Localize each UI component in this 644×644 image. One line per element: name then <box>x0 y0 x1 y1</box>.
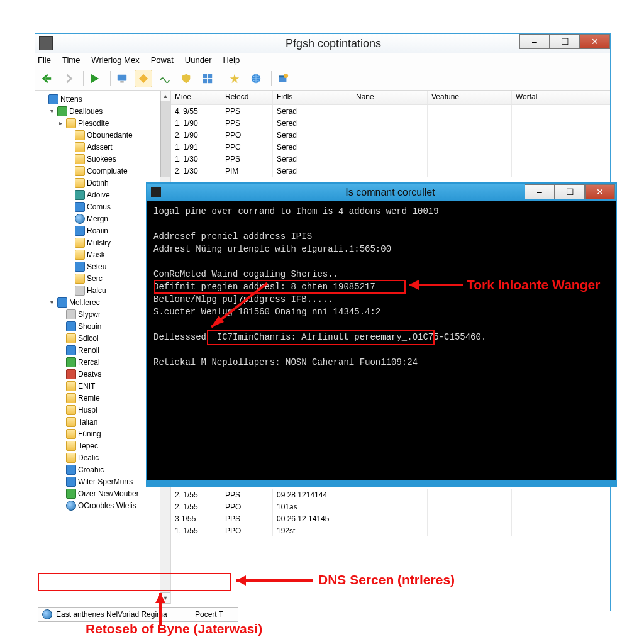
cell: 2. 1/30 <box>171 165 221 177</box>
tree-label: Seteu <box>87 262 106 271</box>
monitor-icon[interactable] <box>113 70 131 87</box>
wave-icon[interactable] <box>156 70 174 87</box>
status-cell-2[interactable]: Pocert T <box>191 607 238 622</box>
menu-file[interactable]: File <box>38 55 51 65</box>
menu-help[interactable]: Help <box>223 55 240 65</box>
table-row[interactable]: 4. 9/55PPSSerad <box>171 105 610 117</box>
favorites-icon[interactable] <box>226 70 243 87</box>
col-wortal[interactable]: Wortal <box>512 91 606 104</box>
tree-label: Adssert <box>87 143 113 152</box>
tree-item[interactable]: Coompluate <box>39 165 170 177</box>
folder-icon <box>66 441 76 451</box>
tree-item[interactable]: Suokees <box>39 153 170 165</box>
console-body[interactable]: logal pine over corrand to Ihom is 4 add… <box>147 201 616 480</box>
status-cell-1[interactable]: East anthenes NelVoriad Regima <box>38 607 191 622</box>
menu-wrleriog[interactable]: Wrleriog Mex <box>91 55 139 65</box>
table-row[interactable]: 1, 1/91PPCSered <box>171 141 610 153</box>
cell: PPS <box>221 489 273 501</box>
tree-item[interactable]: ▸Plesodlte <box>39 117 170 129</box>
table-row[interactable]: 1, 1/55PPO192st <box>171 525 610 536</box>
folder-icon <box>75 202 85 212</box>
close-button[interactable]: ✕ <box>580 34 610 49</box>
folder-icon <box>75 286 85 296</box>
expand-icon[interactable]: ▾ <box>48 299 55 306</box>
tree-item[interactable]: OCroobles Wlelis <box>39 499 170 511</box>
forward-arrow-icon[interactable] <box>59 70 77 87</box>
shield-icon[interactable] <box>177 70 195 87</box>
tree-label: Suokees <box>87 155 116 164</box>
play-icon[interactable] <box>86 70 104 87</box>
table-row[interactable]: 3 1/55PPS00 26 12 14145 <box>171 513 610 525</box>
cell: PPO <box>221 525 273 536</box>
scroll-thumb[interactable] <box>160 101 170 177</box>
cell <box>352 489 428 501</box>
tree-label: Obounedante <box>87 131 133 140</box>
back-arrow-icon[interactable] <box>38 70 55 87</box>
tree-label: Plesodlte <box>78 119 109 128</box>
tree-label: Huspi <box>78 406 97 414</box>
tree-item[interactable]: Oizer NewMouber <box>39 487 170 499</box>
svg-rect-2 <box>118 75 126 81</box>
svg-point-13 <box>284 74 288 78</box>
cell <box>512 141 606 153</box>
svg-marker-4 <box>139 74 148 83</box>
table-row[interactable]: 1, 1/30PPSSerad <box>171 153 610 165</box>
cell <box>428 129 512 141</box>
cell <box>512 129 606 141</box>
cell <box>512 525 606 536</box>
table-row[interactable]: 2. 1/30PIMSerad <box>171 165 610 177</box>
menu-powat[interactable]: Powat <box>151 55 174 65</box>
console-maximize-button[interactable]: ☐ <box>555 184 585 199</box>
folder-icon <box>66 477 76 487</box>
tree-group[interactable]: ▾Dealioues <box>39 105 170 117</box>
table-row[interactable]: 2, 1/55PPO101as <box>171 501 610 513</box>
tree-label: Dealioues <box>69 107 103 116</box>
scroll-down-icon[interactable]: ▼ <box>160 592 170 604</box>
col-relecd[interactable]: Relecd <box>221 91 273 104</box>
col-veatune[interactable]: Veatune <box>428 91 512 104</box>
tree-label: Coompluate <box>87 167 128 175</box>
console-minimize-button[interactable]: – <box>525 184 555 199</box>
expand-icon[interactable]: ▾ <box>48 108 55 114</box>
new-window-icon[interactable] <box>274 70 292 87</box>
expand-icon[interactable]: ▸ <box>57 119 64 126</box>
minimize-button[interactable]: – <box>519 34 550 49</box>
list-header[interactable]: Mioe Relecd Fidls Nane Veatune Wortal <box>171 91 610 105</box>
folder-icon <box>66 393 76 403</box>
menu-uunder[interactable]: Uunder <box>185 55 212 65</box>
console-highlight-1 <box>154 280 406 294</box>
svg-rect-8 <box>208 79 212 83</box>
folder-icon <box>75 250 85 260</box>
col-mioe[interactable]: Mioe <box>171 91 221 104</box>
tree-label: ENIT <box>78 382 95 391</box>
folder-icon <box>66 453 76 463</box>
tree-label: Renoll <box>78 346 99 355</box>
table-row[interactable]: 2, 1/55PPS09 28 1214144 <box>171 489 610 501</box>
console-close-button[interactable]: ✕ <box>585 184 615 199</box>
tree-label: Roaiin <box>87 226 108 235</box>
cell <box>352 129 428 141</box>
col-fidls[interactable]: Fidls <box>273 91 352 104</box>
console-titlebar[interactable]: Is comnant corcullet – ☐ ✕ <box>147 184 616 201</box>
tree-item[interactable]: Adssert <box>39 141 170 153</box>
cell: PPS <box>221 117 273 129</box>
folder-icon <box>75 166 85 176</box>
cell: 2, 1/55 <box>171 489 221 501</box>
main-titlebar[interactable]: Pfgsh coptintations – ☐ ✕ <box>35 34 610 53</box>
table-row[interactable]: 2, 1/90PPOSerad <box>171 129 610 141</box>
folder-icon <box>75 190 85 200</box>
tiles-icon[interactable] <box>199 70 216 87</box>
tree-label: Dotinh <box>87 179 109 187</box>
table-row[interactable]: 1, 1/90PPSSered <box>171 117 610 129</box>
cell <box>352 117 428 129</box>
menu-time[interactable]: Time <box>62 55 80 65</box>
col-nane[interactable]: Nane <box>352 91 428 104</box>
tree-root[interactable]: Nttens <box>39 93 170 105</box>
globe-icon[interactable] <box>247 70 265 87</box>
tree-label: Mergn <box>87 214 108 223</box>
tree-item[interactable]: Obounedante <box>39 129 170 141</box>
tree-label: Shouin <box>78 322 101 331</box>
maximize-button[interactable]: ☐ <box>550 34 580 49</box>
cell: Serad <box>273 153 352 165</box>
diamond-icon[interactable] <box>135 70 152 87</box>
